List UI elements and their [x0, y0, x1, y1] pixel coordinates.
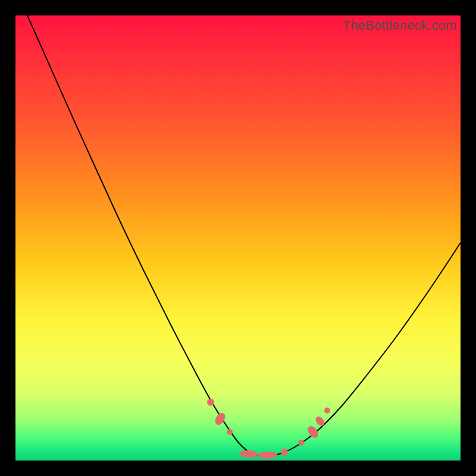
chart-plot-area: TheBottleneck.com — [15, 15, 461, 461]
curve-marker — [207, 399, 214, 406]
curve-marker — [213, 411, 227, 427]
curve-marker — [239, 450, 259, 458]
chart-frame: TheBottleneck.com — [0, 0, 476, 476]
curve-marker — [227, 429, 233, 435]
curve-marker — [258, 451, 277, 459]
curve-marker — [324, 408, 330, 414]
watermark-text: TheBottleneck.com — [343, 18, 457, 33]
bottleneck-curve — [27, 15, 461, 456]
curve-markers — [207, 399, 330, 459]
curve-marker — [314, 415, 327, 427]
curve-marker — [281, 449, 288, 456]
chart-svg — [15, 15, 461, 461]
curve-marker — [298, 440, 304, 446]
curve-marker — [306, 424, 321, 440]
